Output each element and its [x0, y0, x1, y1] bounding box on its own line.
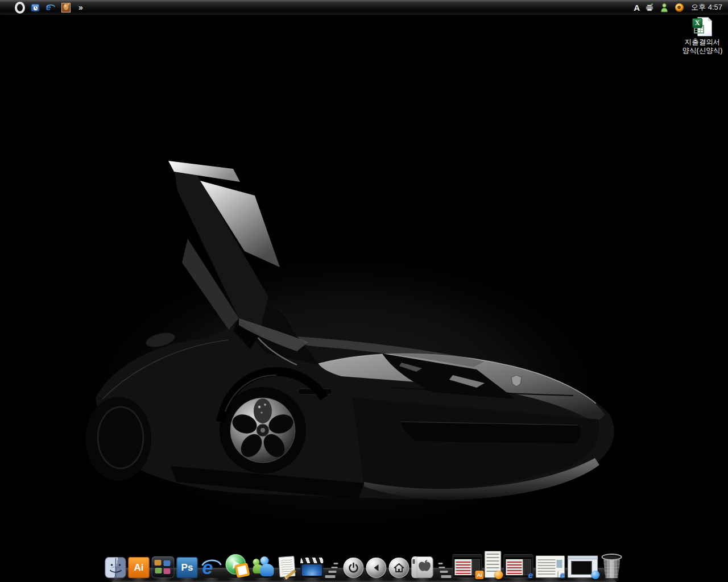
- dock-messenger-icon[interactable]: [251, 555, 275, 578]
- desktop-shortcut-excel[interactable]: X 지출결의서 양식(신양식): [678, 17, 727, 55]
- dock-home-button[interactable]: [389, 558, 410, 578]
- outlook-icon[interactable]: [30, 2, 40, 13]
- shortcut-label-line2: 양식(신양식): [678, 47, 727, 55]
- dock-back-button[interactable]: [366, 558, 387, 578]
- menu-bar-left: e »: [0, 0, 82, 15]
- picture-viewer-icon[interactable]: [61, 2, 71, 13]
- dock-movies-icon[interactable]: [300, 556, 324, 578]
- messenger-status-icon[interactable]: [659, 2, 669, 13]
- printer-status-icon[interactable]: [644, 2, 655, 13]
- dock-textedit-icon[interactable]: [278, 555, 298, 578]
- office-badge-icon: [234, 563, 250, 578]
- dock-minimized-window-palette[interactable]: [485, 551, 502, 578]
- messenger-badge-icon: [592, 571, 600, 579]
- illustrator-badge-icon: Ai: [475, 571, 484, 579]
- dock-minimized-window-messenger[interactable]: [568, 555, 598, 578]
- alert-ball-icon[interactable]: [674, 2, 684, 13]
- wallpaper-car-image: [0, 0, 728, 582]
- ie-badge-icon: e: [527, 571, 535, 579]
- dock-minimized-window-ie-dark[interactable]: e: [504, 554, 533, 578]
- dock-apple-system-icon[interactable]: [412, 556, 433, 578]
- menu-bar: e » A 오후 4:57: [0, 0, 728, 15]
- dock-separator: [436, 554, 450, 578]
- dock-finder-icon[interactable]: [105, 557, 126, 578]
- illustrator-label: Ai: [134, 562, 144, 573]
- photoshop-label: Ps: [181, 562, 193, 573]
- ime-indicator[interactable]: A: [634, 3, 640, 13]
- dock-internet-explorer-icon[interactable]: e: [200, 555, 223, 578]
- dock-minimized-window-illustrator[interactable]: Ai: [453, 554, 482, 578]
- launcher-ring-icon[interactable]: [15, 2, 25, 13]
- dock-illustrator-icon[interactable]: Ai: [129, 557, 150, 578]
- menu-bar-tray: A 오후 4:57: [634, 0, 728, 15]
- dock-power-button[interactable]: [344, 558, 364, 578]
- dock-app-stack-icon[interactable]: [152, 556, 175, 578]
- dock-media-player-icon[interactable]: [225, 554, 249, 578]
- svg-text:e: e: [46, 2, 51, 12]
- dock-minimized-window-ie-light[interactable]: e: [536, 555, 565, 578]
- menu-bar-overflow-chevron[interactable]: »: [76, 2, 82, 13]
- dock: Ai Ps e: [108, 548, 620, 582]
- excel-document-icon: X: [692, 17, 713, 36]
- shortcut-label-line1: 지출결의서: [678, 38, 727, 47]
- internet-explorer-icon[interactable]: e: [46, 2, 56, 13]
- clock[interactable]: 오후 4:57: [689, 2, 722, 13]
- dock-separator: [326, 554, 341, 578]
- dock-trash-icon[interactable]: [601, 553, 623, 578]
- mascot-badge-icon: [495, 571, 503, 579]
- ie-badge-icon: e: [559, 571, 567, 579]
- dock-photoshop-icon[interactable]: Ps: [177, 557, 198, 578]
